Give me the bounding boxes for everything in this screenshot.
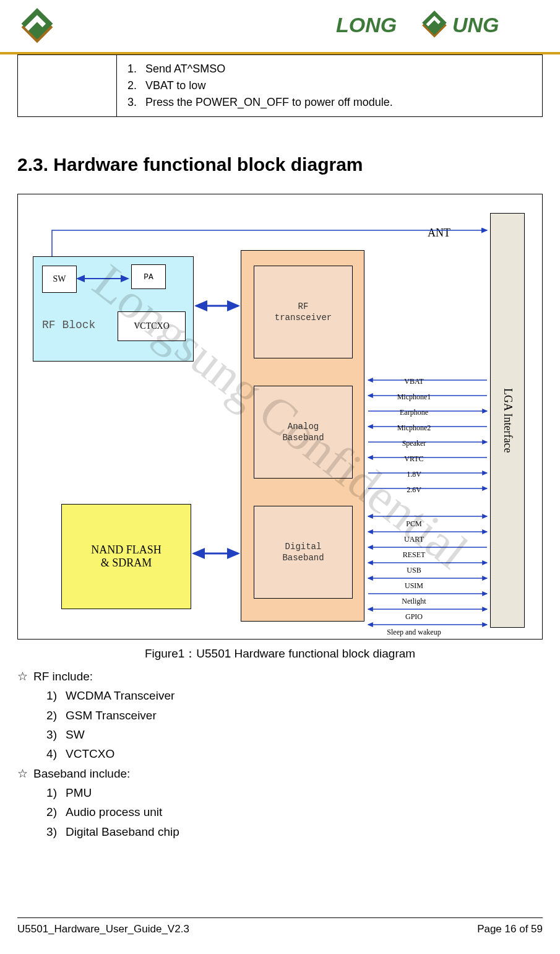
list-text: WCDMA Transceiver bbox=[66, 686, 174, 705]
page-footer: U5501_Hardware_User_Guide_V2.3 Page 16 o… bbox=[17, 917, 543, 935]
list-num: 1) bbox=[40, 686, 57, 705]
list-num: 3. bbox=[123, 96, 137, 109]
list-text: VCTCXO bbox=[66, 744, 114, 763]
sig-label: 2.6V bbox=[371, 482, 457, 498]
star-icon: ☆ bbox=[17, 667, 28, 686]
table-right-cell: 1.Send AT^SMSO 2.VBAT to low 3.Press the… bbox=[117, 55, 543, 117]
list-num: 4) bbox=[40, 744, 57, 763]
list-text: Digital Baseband chip bbox=[66, 822, 179, 841]
star-icon: ☆ bbox=[17, 764, 28, 783]
figure-caption: Figure1：U5501 Hardware functional block … bbox=[17, 646, 543, 662]
list-num: 2. bbox=[123, 79, 137, 92]
footer-doc-name: U5501_Hardware_User_Guide_V2.3 bbox=[17, 923, 189, 935]
list-text: Press the POWER_ON_OFF to power off modu… bbox=[145, 96, 393, 109]
sig-label: Micphone2 bbox=[371, 420, 457, 436]
list-text: GSM Transceiver bbox=[66, 706, 157, 725]
power-off-table: 1.Send AT^SMSO 2.VBAT to low 3.Press the… bbox=[17, 54, 543, 117]
sig-label: UART bbox=[371, 532, 457, 547]
logo-wordmark: LONG UNG bbox=[336, 11, 540, 40]
sig-label: Micphone1 bbox=[371, 389, 457, 405]
sig-label: USIM bbox=[371, 578, 457, 594]
sig-label: Netlight bbox=[371, 594, 457, 609]
svg-text:UNG: UNG bbox=[452, 13, 499, 37]
list-text: SW bbox=[66, 725, 85, 744]
diagram-connections bbox=[18, 194, 542, 639]
sig-label: USB bbox=[371, 563, 457, 578]
sig-label: Earphone bbox=[371, 405, 457, 420]
list-text: Send AT^SMSO bbox=[145, 63, 225, 76]
sig-label: PCM bbox=[371, 516, 457, 532]
signal-labels: VBAT Micphone1 Earphone Micphone2 Speake… bbox=[371, 374, 457, 640]
sig-label: VRTC bbox=[371, 451, 457, 467]
list-num: 1) bbox=[40, 783, 57, 802]
list-text: PMU bbox=[66, 783, 92, 802]
sig-label: 1.8V bbox=[371, 467, 457, 482]
sig-label: Sleep and wakeup bbox=[371, 625, 457, 640]
list-num: 3) bbox=[40, 822, 57, 841]
logo-mark-icon bbox=[17, 7, 57, 50]
list-num: 2) bbox=[40, 706, 57, 725]
table-left-cell bbox=[18, 55, 117, 117]
svg-text:LONG: LONG bbox=[336, 13, 397, 37]
page-header: LONG UNG bbox=[0, 0, 560, 54]
svg-rect-4 bbox=[422, 11, 447, 35]
list-num: 1. bbox=[123, 63, 137, 76]
sig-label: Speaker bbox=[371, 436, 457, 451]
sig-label: VBAT bbox=[371, 374, 457, 389]
list-text: Audio process unit bbox=[66, 802, 162, 822]
section-title: 2.3. Hardware functional block diagram bbox=[17, 154, 543, 175]
svg-rect-1 bbox=[22, 8, 53, 40]
footer-page-num: Page 16 of 59 bbox=[477, 923, 543, 935]
body-text: ☆RF include: 1)WCDMA Transceiver 2)GSM T… bbox=[17, 667, 543, 841]
sig-label: GPIO bbox=[371, 609, 457, 625]
list-num: 3) bbox=[40, 725, 57, 744]
rf-include-label: RF include: bbox=[33, 667, 93, 686]
bb-include-label: Baseband include: bbox=[33, 764, 130, 783]
block-diagram: Longsung Confidential bbox=[17, 194, 543, 640]
sig-label: RESET bbox=[371, 547, 457, 563]
list-text: VBAT to low bbox=[145, 79, 205, 92]
list-num: 2) bbox=[40, 802, 57, 822]
